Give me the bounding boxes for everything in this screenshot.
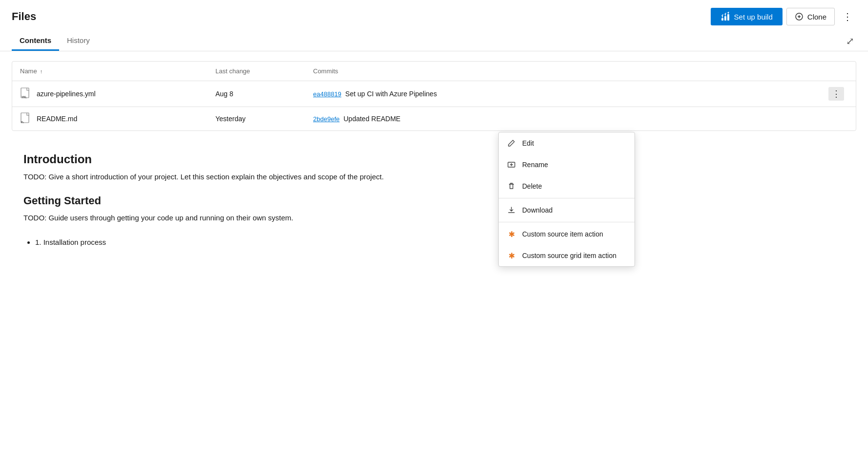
tabs: Contents History	[12, 31, 98, 51]
svg-rect-1	[724, 16, 726, 21]
download-icon	[507, 205, 516, 215]
col-commits-header: Commits	[313, 67, 828, 75]
svg-text:YML: YML	[21, 95, 27, 99]
table-header: Name ↑ Last change Commits	[12, 62, 856, 81]
clone-label: Clone	[807, 13, 826, 21]
row-more-button[interactable]: ⋮	[828, 87, 844, 101]
context-menu-custom-action-1[interactable]: ✱ Custom source item action	[499, 223, 635, 245]
setup-build-label: Set up build	[734, 13, 773, 21]
files-table: Name ↑ Last change Commits YML azure-pip…	[12, 61, 856, 131]
expand-icon[interactable]: ⤢	[844, 33, 856, 49]
preview-list: 1. Installation process	[35, 236, 845, 249]
sort-arrow-icon: ↑	[40, 68, 43, 74]
file-name-cell: YML azure-pipelines.yml	[20, 88, 215, 100]
commit-cell: ea488819 Set up CI with Azure Pipelines	[313, 90, 828, 98]
svg-text:M↓: M↓	[21, 121, 24, 124]
context-menu-custom-action-2[interactable]: ✱ Custom source grid item action	[499, 245, 635, 266]
context-menu-delete[interactable]: Delete	[499, 175, 635, 197]
clone-icon	[795, 12, 804, 21]
last-change-cell: Yesterday	[215, 115, 313, 123]
page-title: Files	[12, 10, 36, 23]
context-menu-custom-action-1-label: Custom source item action	[522, 230, 603, 238]
context-menu-rename[interactable]: Rename	[499, 154, 635, 175]
setup-build-button[interactable]: Set up build	[711, 8, 783, 25]
commit-cell: 2bde9efe Updated README	[313, 115, 828, 123]
tab-contents[interactable]: Contents	[12, 31, 59, 51]
preview-heading-getting-started: Getting Started	[23, 194, 845, 207]
header-actions: Set up build Clone ⋮	[711, 8, 856, 25]
file-name-link[interactable]: azure-pipelines.yml	[37, 90, 96, 98]
file-name-cell: M↓ README.md	[20, 113, 215, 125]
menu-divider-2	[499, 222, 635, 222]
svg-rect-2	[727, 14, 729, 21]
last-change-cell: Aug 8	[215, 90, 313, 98]
context-menu: Edit Rename Delete	[498, 132, 635, 267]
context-menu-download[interactable]: Download	[499, 199, 635, 221]
context-menu-download-label: Download	[522, 206, 552, 214]
commit-hash[interactable]: 2bde9efe	[313, 115, 339, 123]
content-preview: Introduction TODO: Give a short introduc…	[12, 141, 856, 260]
context-menu-delete-label: Delete	[522, 182, 542, 190]
svg-rect-0	[721, 18, 723, 21]
preview-heading-introduction: Introduction	[23, 152, 845, 166]
header: Files Set up build Clone	[0, 0, 868, 25]
col-last-change-header: Last change	[215, 67, 313, 75]
context-menu-rename-label: Rename	[522, 161, 548, 169]
custom-action-2-icon: ✱	[507, 251, 516, 260]
header-more-button[interactable]: ⋮	[839, 10, 856, 23]
commit-message: Updated README	[343, 115, 401, 123]
preview-list-item: 1. Installation process	[35, 236, 845, 249]
table-row: M↓ README.md Yesterday 2bde9efe Updated …	[12, 107, 856, 130]
commit-hash[interactable]: ea488819	[313, 90, 341, 98]
page-container: Files Set up build Clone	[0, 0, 868, 474]
preview-text-introduction: TODO: Give a short introduction of your …	[23, 171, 845, 183]
edit-icon	[507, 138, 516, 148]
context-menu-edit[interactable]: Edit	[499, 132, 635, 154]
yml-file-icon: YML	[20, 88, 32, 100]
md-file-icon: M↓	[20, 113, 32, 125]
col-name-header: Name ↑	[20, 67, 215, 75]
context-menu-custom-action-2-label: Custom source grid item action	[522, 252, 616, 259]
clone-button[interactable]: Clone	[786, 8, 835, 25]
tabs-container: Contents History ⤢	[0, 31, 868, 51]
table-row: YML azure-pipelines.yml Aug 8 ea488819 S…	[12, 81, 856, 107]
rename-icon	[507, 160, 516, 170]
custom-action-1-icon: ✱	[507, 229, 516, 239]
tab-history[interactable]: History	[59, 31, 98, 51]
pipeline-icon	[720, 12, 730, 22]
context-menu-edit-label: Edit	[522, 139, 534, 147]
commit-message: Set up CI with Azure Pipelines	[345, 90, 437, 98]
file-name-link[interactable]: README.md	[37, 115, 77, 123]
menu-divider-1	[499, 198, 635, 198]
preview-text-getting-started: TODO: Guide users through getting your c…	[23, 212, 845, 224]
delete-icon	[507, 181, 516, 191]
